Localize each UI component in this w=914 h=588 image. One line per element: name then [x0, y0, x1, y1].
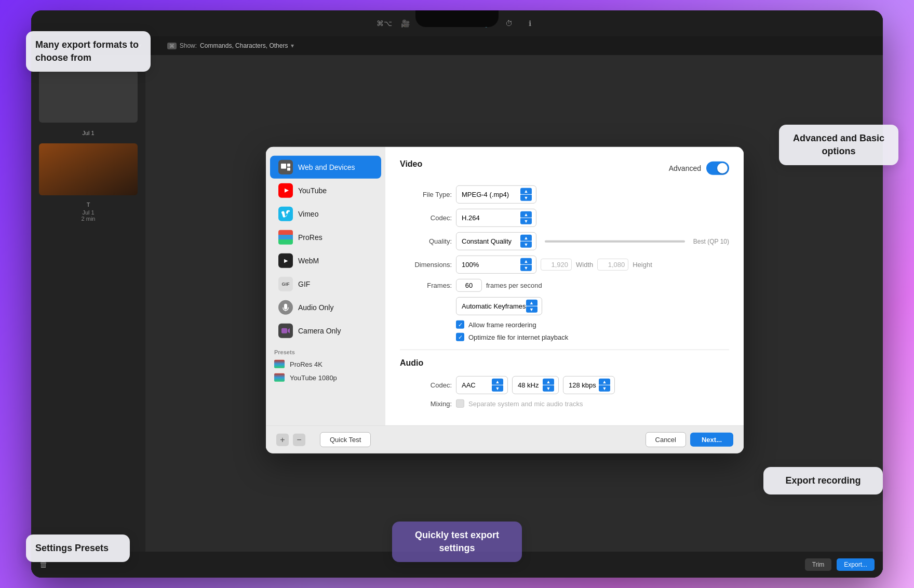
allow-reorder-label: Allow frame reordering [468, 320, 536, 328]
codec-steppers[interactable]: ▲ ▼ [520, 211, 532, 224]
presets-label: Presets [266, 343, 385, 357]
webm-icon: ▶ [278, 253, 293, 268]
sidebar-item-gif[interactable]: GIF GIF [270, 273, 381, 296]
sidebar: Web and Devices YouTube [266, 147, 385, 425]
timestamp-2: T [31, 201, 145, 209]
height-input[interactable] [597, 259, 628, 271]
codec-up[interactable]: ▲ [520, 211, 532, 218]
sidebar-item-web-and-devices[interactable]: Web and Devices [270, 156, 381, 179]
dimensions-down[interactable]: ▼ [520, 265, 532, 271]
preset-prores-4k-icon [274, 360, 285, 368]
trim-button[interactable]: Trim [805, 558, 832, 571]
sidebar-item-audio-only[interactable]: Audio Only [270, 296, 381, 319]
dimensions-steppers[interactable]: ▲ ▼ [520, 258, 532, 271]
info-icon[interactable]: ℹ [524, 18, 535, 29]
clock-icon[interactable]: ⏱ [503, 18, 515, 29]
sidebar-item-youtube[interactable]: YouTube [270, 179, 381, 202]
codec-label: Codec: [400, 214, 452, 222]
cancel-button[interactable]: Cancel [646, 432, 686, 447]
thumbnail-strip: Jul 1 T Jul 12 min [31, 55, 145, 552]
frames-input[interactable] [456, 279, 482, 292]
modal-footer: + − Quick Test Cancel Next... [266, 425, 744, 453]
keyframes-steppers[interactable]: ▲ ▼ [526, 300, 537, 313]
secondary-toolbar: Show: Don't Show Mouse ▾ ⌘ Show: Command… [31, 36, 883, 55]
add-preset-button[interactable]: + [276, 433, 289, 446]
mixing-row: Mixing: Separate system and mic audio tr… [400, 399, 729, 408]
preset-youtube-1080p[interactable]: YouTube 1080p [266, 371, 385, 384]
quality-down[interactable]: ▼ [520, 242, 532, 248]
file-type-select[interactable]: MPEG-4 (.mp4) ▲ ▼ [456, 185, 536, 204]
width-input[interactable] [541, 259, 572, 271]
audio-codec-up[interactable]: ▲ [492, 379, 503, 385]
dimensions-row: Dimensions: 100% ▲ ▼ Width Height [400, 256, 729, 274]
keyframes-down[interactable]: ▼ [526, 306, 537, 313]
mixing-placeholder: Separate system and mic audio tracks [468, 399, 583, 407]
dimensions-up[interactable]: ▲ [520, 258, 532, 264]
sidebar-item-prores[interactable]: ProRes [270, 226, 381, 249]
camera-notch [415, 10, 499, 27]
show-commands-chevron[interactable]: ▾ [291, 42, 294, 49]
allow-reorder-checkbox[interactable]: ✓ [456, 320, 464, 329]
callout-quick-test-text: Quickly test export settings [415, 530, 499, 553]
keyframes-value: Automatic Keyframes [462, 302, 526, 310]
sample-rate-value: 48 kHz [518, 381, 539, 389]
file-type-value: MPEG-4 (.mp4) [462, 191, 509, 198]
sidebar-item-vimeo[interactable]: Vimeo [270, 203, 381, 225]
quality-up[interactable]: ▲ [520, 235, 532, 241]
preset-prores-4k[interactable]: ProRes 4K [266, 357, 385, 371]
mixing-checkbox[interactable] [456, 399, 464, 408]
advanced-toggle[interactable] [706, 162, 729, 175]
audio-codec-select[interactable]: AAC ▲ ▼ [456, 376, 508, 394]
quality-steppers[interactable]: ▲ ▼ [520, 235, 532, 248]
audio-codec-label: Codec: [400, 381, 452, 389]
sidebar-item-webm[interactable]: ▶ WebM [270, 249, 381, 272]
quality-slider-track[interactable] [545, 240, 685, 242]
sidebar-item-camera-only[interactable]: Camera Only [270, 319, 381, 342]
bitrate-down[interactable]: ▼ [599, 385, 610, 392]
sample-rate-down[interactable]: ▼ [543, 385, 554, 392]
audio-codec-down[interactable]: ▼ [492, 385, 503, 392]
quality-slider-fill [545, 240, 685, 242]
gif-icon: GIF [278, 277, 293, 291]
prores-icon [278, 230, 293, 245]
frames-row: Frames: frames per second [400, 279, 729, 292]
quality-select[interactable]: Constant Quality ▲ ▼ [456, 232, 536, 250]
file-type-steppers[interactable]: ▲ ▼ [520, 188, 532, 201]
sample-rate-up[interactable]: ▲ [543, 379, 554, 385]
codec-value: H.264 [462, 214, 480, 222]
sample-rate-select[interactable]: 48 kHz ▲ ▼ [512, 376, 559, 394]
quality-best-label: Best (QP 10) [693, 237, 729, 245]
keyframes-select[interactable]: Automatic Keyframes ▲ ▼ [456, 297, 542, 315]
optimize-checkbox[interactable]: ✓ [456, 333, 464, 341]
bitrate-value: 128 kbps [569, 381, 596, 389]
audio-codec-steppers[interactable]: ▲ ▼ [492, 379, 503, 392]
preset-youtube-1080p-icon [274, 373, 285, 382]
quality-value: Constant Quality [462, 237, 512, 245]
callout-settings-presets-text: Settings Presets [35, 543, 109, 553]
camera-icon[interactable]: 🎥 [399, 18, 411, 29]
callout-many-formats: Many export formats to choose from [26, 31, 151, 72]
app-background: ⌘⌥ 🎥 🖼 ☀ ⬚ 🔊 ⏱ ℹ Show: Don't Show Mouse … [31, 10, 883, 578]
file-type-up[interactable]: ▲ [520, 188, 532, 194]
preset-youtube-1080p-label: YouTube 1080p [290, 373, 337, 381]
bitrate-steppers[interactable]: ▲ ▼ [599, 379, 610, 392]
bitrate-up[interactable]: ▲ [599, 379, 610, 385]
remove-preset-button[interactable]: − [293, 433, 305, 446]
dimensions-select[interactable]: 100% ▲ ▼ [456, 256, 536, 274]
mixing-label: Mixing: [400, 399, 452, 407]
sample-rate-steppers[interactable]: ▲ ▼ [543, 379, 554, 392]
svg-marker-6 [288, 328, 290, 333]
file-type-down[interactable]: ▼ [520, 195, 532, 201]
web-and-devices-label: Web and Devices [298, 163, 355, 171]
file-type-row: File Type: MPEG-4 (.mp4) ▲ ▼ [400, 185, 729, 204]
codec-down[interactable]: ▼ [520, 218, 532, 224]
next-button[interactable]: Next... [690, 433, 733, 447]
keyframes-up[interactable]: ▲ [526, 300, 537, 306]
web-and-devices-icon [278, 160, 293, 175]
quick-test-button[interactable]: Quick Test [320, 432, 371, 447]
bitrate-select[interactable]: 128 kbps ▲ ▼ [563, 376, 615, 394]
export-button[interactable]: Export... [837, 558, 875, 571]
audio-only-label: Audio Only [298, 303, 333, 312]
codec-select[interactable]: H.264 ▲ ▼ [456, 209, 536, 227]
show-commands-value[interactable]: Commands, Characters, Others [200, 42, 288, 49]
